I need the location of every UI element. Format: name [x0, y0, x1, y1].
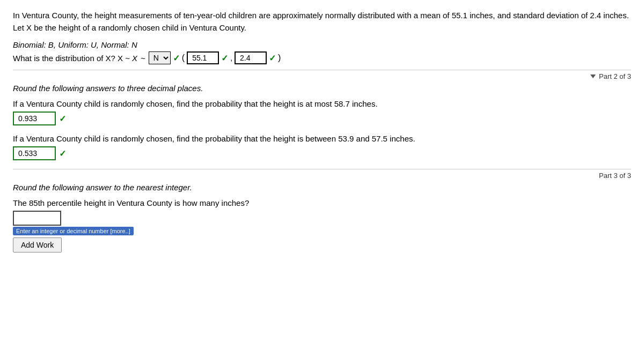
dist-check: ✓	[173, 53, 180, 63]
question3-block: The 85th percentile height in Ventura Co…	[13, 198, 631, 252]
x-variable: X	[132, 54, 137, 63]
q2-check: ✓	[59, 148, 66, 159]
std-value-box: 2.4	[235, 51, 267, 64]
part2-divider	[13, 70, 631, 70]
part3-label-text: Part 3 of 3	[599, 172, 631, 180]
intro-text: In Ventura County, the height measuremen…	[13, 10, 631, 34]
binomial-key: Binomial: B, Uniform: U, Normal: N	[13, 40, 631, 49]
mean-value-box: 55.1	[187, 51, 219, 64]
part2-label-text: Part 2 of 3	[599, 72, 631, 80]
tilde-symbol: ~	[141, 54, 145, 63]
std-check: ✓	[269, 53, 276, 63]
mean-check: ✓	[221, 53, 228, 63]
open-paren: (	[182, 53, 185, 63]
q1-check: ✓	[59, 114, 66, 124]
q2-answer-row: ✓	[13, 146, 631, 160]
distribution-select[interactable]: N B U	[149, 51, 171, 64]
q1-input[interactable]	[13, 112, 56, 125]
part3-section: Round the following answer to the neares…	[13, 183, 631, 252]
add-work-button[interactable]: Add Work	[13, 237, 62, 252]
q1-text: If a Ventura County child is randomly ch…	[13, 99, 631, 108]
distribution-question-label: What is the distribution of X? X ~	[13, 54, 130, 63]
close-paren: )	[278, 53, 281, 63]
hint-text: Enter an integer or decimal number [more…	[13, 227, 134, 235]
part3-label: Part 3 of 3	[13, 172, 631, 180]
question2-block: If a Ventura County child is randomly ch…	[13, 134, 631, 160]
q2-text: If a Ventura County child is randomly ch…	[13, 134, 631, 143]
part2-instruction: Round the following answers to three dec…	[13, 84, 631, 93]
question1-block: If a Ventura County child is randomly ch…	[13, 99, 631, 125]
distribution-row: What is the distribution of X? X ~ X ~ N…	[13, 51, 631, 64]
part2-label: Part 2 of 3	[13, 72, 631, 80]
q3-text: The 85th percentile height in Ventura Co…	[13, 198, 631, 207]
part3-instruction: Round the following answer to the neares…	[13, 183, 631, 192]
q3-input[interactable]	[13, 211, 61, 226]
q1-answer-row: ✓	[13, 112, 631, 125]
collapse-icon[interactable]	[590, 75, 596, 78]
part3-divider	[13, 169, 631, 169]
comma-separator: ,	[230, 54, 232, 62]
part2-section: Round the following answers to three dec…	[13, 84, 631, 160]
q2-input[interactable]	[13, 146, 56, 160]
q3-input-group: Enter an integer or decimal number [more…	[13, 211, 631, 252]
